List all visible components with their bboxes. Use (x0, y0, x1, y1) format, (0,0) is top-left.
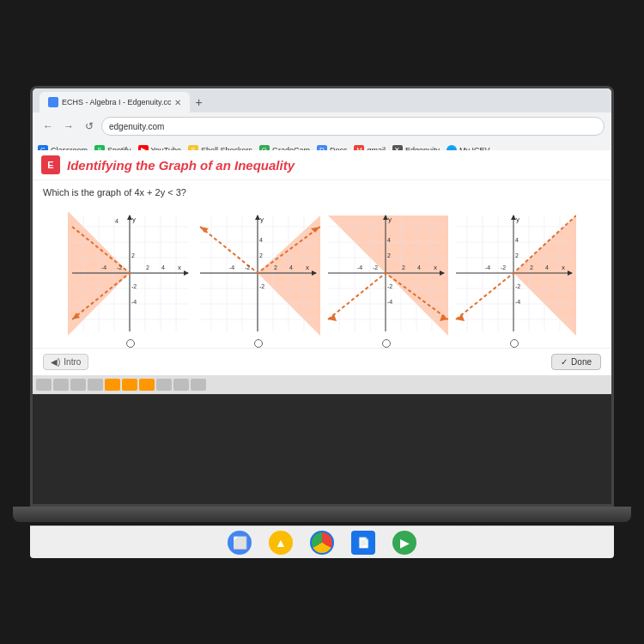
svg-text:-2: -2 (117, 264, 122, 270)
svg-text:-2: -2 (131, 283, 137, 289)
svg-text:2: 2 (387, 252, 391, 258)
progress-seg-6 (122, 379, 137, 391)
graph-1-radio[interactable] (126, 339, 135, 348)
svg-marker-18 (184, 270, 189, 276)
graph-3-svg: x y -2 -4 2 4 2 -2 -4 4 (324, 211, 448, 336)
graph-2: x y -2 -4 2 4 2 -2 4 (196, 211, 320, 336)
graph-3-radio[interactable] (382, 339, 391, 348)
edgenuity-header: E Identifying the Graph of an Inequality (33, 150, 611, 180)
svg-text:4: 4 (545, 264, 549, 270)
tab-label: ECHS - Algebra I - Edgenuity.cc (62, 98, 171, 106)
svg-text:2: 2 (530, 264, 533, 270)
done-label: Done (571, 357, 592, 367)
svg-text:4: 4 (161, 264, 165, 270)
svg-text:-4: -4 (387, 299, 392, 305)
svg-text:4: 4 (387, 237, 391, 243)
svg-text:-4: -4 (101, 264, 106, 270)
svg-text:-2: -2 (387, 283, 392, 289)
tab-close-btn[interactable]: ✕ (174, 98, 181, 107)
taskbar: ⬜ ▲ 📄 ▶ (30, 526, 614, 558)
taskbar-play-icon[interactable]: ▶ (392, 531, 416, 555)
graph-2-radio[interactable] (254, 339, 263, 348)
bottom-bar: ◀) Intro ✓ Done (33, 348, 611, 375)
graph-1-svg: x y -2 -4 2 4 2 -2 -4 4 (68, 211, 192, 336)
taskbar-drive-icon[interactable]: ▲ (269, 531, 293, 555)
progress-seg-7 (139, 379, 155, 391)
svg-text:-2: -2 (515, 283, 520, 289)
taskbar-window-icon[interactable]: ⬜ (228, 531, 252, 555)
svg-marker-60 (328, 216, 448, 336)
svg-text:-4: -4 (357, 264, 362, 270)
svg-text:y: y (388, 216, 392, 223)
svg-text:4: 4 (289, 264, 293, 270)
intro-button[interactable]: ◀) Intro (43, 354, 88, 370)
nav-back-btn[interactable]: ← (39, 118, 57, 135)
svg-text:4: 4 (515, 237, 519, 243)
svg-text:-2: -2 (259, 283, 264, 289)
svg-text:x: x (434, 264, 437, 271)
svg-text:2: 2 (131, 252, 135, 258)
laptop-bezel (13, 507, 631, 522)
svg-text:2: 2 (259, 252, 263, 258)
page-title: Identifying the Graph of an Inequality (67, 158, 295, 173)
svg-text:-4: -4 (229, 264, 234, 270)
svg-text:-4: -4 (485, 264, 490, 270)
progress-seg-1 (36, 379, 52, 391)
progress-seg-4 (88, 379, 103, 391)
svg-text:4: 4 (417, 264, 421, 270)
progress-seg-10 (191, 379, 206, 391)
taskbar-docs-icon[interactable]: 📄 (351, 531, 375, 555)
graph-1-container: x y -2 -4 2 4 2 -2 -4 4 (68, 211, 192, 348)
graph-4-radio[interactable] (510, 339, 519, 348)
done-button[interactable]: ✓ Done (551, 354, 601, 370)
graphs-row: x y -2 -4 2 4 2 -2 -4 4 (33, 211, 611, 348)
nav-refresh-btn[interactable]: ↺ (81, 118, 98, 135)
laptop-screen: ECHS - Algebra I - Edgenuity.cc ✕ + ← → … (30, 86, 614, 507)
svg-text:x: x (178, 264, 181, 271)
progress-seg-3 (70, 379, 86, 391)
browser-chrome: ECHS - Algebra I - Edgenuity.cc ✕ + ← → … (33, 88, 611, 150)
graph-3: x y -2 -4 2 4 2 -2 -4 4 (324, 211, 448, 336)
progress-seg-9 (173, 379, 189, 391)
svg-text:-2: -2 (245, 264, 250, 270)
progress-seg-2 (53, 379, 69, 391)
question-text: Which is the graph of 4x + 2y < 3? (43, 187, 601, 197)
graph-4-svg: x y -2 -4 2 4 2 -2 -4 4 (452, 211, 576, 336)
page-content: E Identifying the Graph of an Inequality… (33, 150, 611, 394)
active-tab[interactable]: ECHS - Algebra I - Edgenuity.cc ✕ (39, 92, 190, 112)
speaker-icon: ◀) (51, 357, 60, 367)
tab-favicon (48, 97, 58, 107)
svg-text:-2: -2 (501, 264, 506, 270)
question-area: Which is the graph of 4x + 2y < 3? (33, 180, 611, 211)
taskbar-chrome-icon[interactable] (310, 531, 334, 555)
svg-text:4: 4 (259, 237, 263, 243)
graph-4: x y -2 -4 2 4 2 -2 -4 4 (452, 211, 576, 336)
svg-text:y: y (132, 216, 136, 223)
svg-text:x: x (306, 264, 309, 271)
svg-text:2: 2 (274, 264, 277, 270)
graph-3-container: x y -2 -4 2 4 2 -2 -4 4 (324, 211, 448, 348)
svg-text:-2: -2 (373, 264, 378, 270)
address-bar-row: ← → ↺ (33, 112, 611, 140)
svg-text:-4: -4 (131, 299, 137, 305)
svg-text:-4: -4 (515, 299, 520, 305)
tab-bar: ECHS - Algebra I - Edgenuity.cc ✕ + (33, 88, 611, 112)
svg-text:y: y (260, 216, 264, 223)
edg-logo: E (41, 155, 60, 174)
svg-marker-89 (513, 216, 576, 336)
check-icon: ✓ (561, 357, 568, 367)
progress-area (33, 375, 611, 394)
progress-seg-8 (156, 379, 172, 391)
graph-2-container: x y -2 -4 2 4 2 -2 4 (196, 211, 320, 348)
new-tab-btn[interactable]: + (190, 92, 207, 112)
svg-text:2: 2 (515, 252, 519, 258)
svg-text:y: y (516, 216, 519, 223)
svg-text:2: 2 (402, 264, 405, 270)
svg-text:4: 4 (115, 218, 118, 224)
progress-seg-5 (105, 379, 120, 391)
graph-1: x y -2 -4 2 4 2 -2 -4 4 (68, 211, 192, 336)
address-input[interactable] (101, 117, 605, 136)
graph-4-container: x y -2 -4 2 4 2 -2 -4 4 (452, 211, 576, 348)
graph-2-svg: x y -2 -4 2 4 2 -2 4 (196, 211, 320, 336)
nav-forward-btn[interactable]: → (60, 118, 77, 135)
